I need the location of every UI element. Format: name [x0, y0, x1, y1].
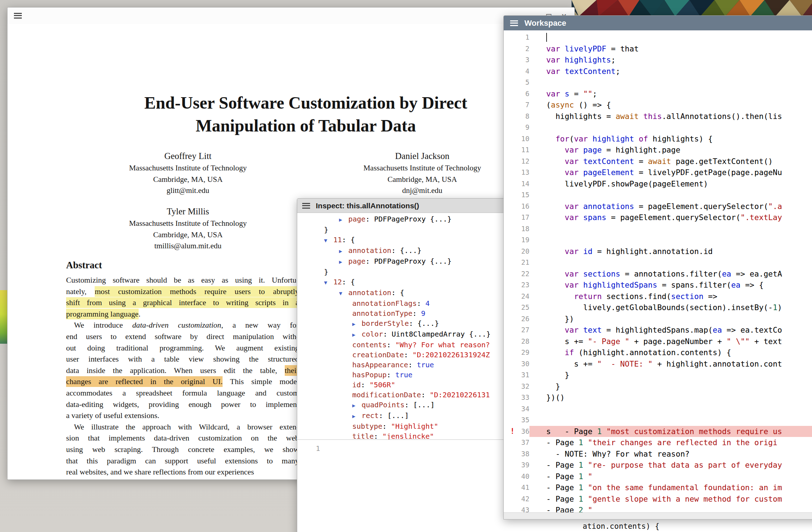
code-line[interactable]: 17 var spans = pageElement.querySelector… [504, 212, 812, 223]
collapsed-expander-icon[interactable]: ▶ [352, 411, 362, 421]
expanded-expander-icon[interactable]: ▼ [339, 288, 348, 298]
line-number: 13 [504, 167, 529, 178]
code-line[interactable]: 25 lively.getGlobalBounds(section).inset… [504, 302, 812, 313]
expanded-expander-icon[interactable]: ▼ [324, 235, 333, 245]
text-segment: annotationType [352, 309, 413, 318]
author-email: glitt@mit.edu [109, 185, 266, 197]
text-segment: " [588, 472, 593, 481]
text-segment [579, 213, 583, 222]
code-line[interactable]: 26 }) [504, 313, 812, 325]
code-line[interactable]: 20 var id = highlight.annotation.id [504, 246, 812, 257]
menu-icon[interactable] [14, 13, 22, 19]
code-line-text: for(var highlight of highlights) { [529, 133, 812, 145]
paper-title-line: End-User Software Customization by Direc… [8, 91, 575, 114]
code-line[interactable]: 41- Page 1 "on the same fundamental foun… [504, 482, 812, 493]
code-line[interactable]: 37- Page 1 "their changes are reflected … [504, 437, 812, 448]
pdf-window-titlebar[interactable]: ─ □ × [8, 8, 574, 24]
code-line[interactable]: 43- Page 2 " [504, 504, 812, 512]
text-segment: var [565, 168, 579, 177]
collapsed-expander-icon[interactable]: ▶ [352, 330, 362, 340]
code-line[interactable]: 1 [504, 32, 812, 43]
code-line[interactable]: 10 for(var highlight of highlights) { [504, 133, 812, 145]
workspace-titlebar[interactable]: Workspace [504, 16, 812, 30]
text-segment: 4 [425, 299, 430, 308]
code-line[interactable]: 13 var pageElement = livelyPDF.getPage(p… [504, 167, 812, 178]
code-line[interactable]: 9 [504, 122, 812, 133]
code-line[interactable]: 2var livelyPDF = that [504, 43, 812, 55]
text-segment: 1 [597, 427, 602, 436]
code-line[interactable]: 5 [504, 77, 812, 88]
code-line[interactable]: 32 } [504, 381, 812, 392]
text-segment: real websites, and we share reflections … [66, 468, 254, 476]
code-line[interactable]: 15 [504, 189, 812, 201]
code-line[interactable]: 27 var text = highlightedSpans.map(ea =>… [504, 324, 812, 336]
text-segment: var [565, 213, 579, 222]
text-segment: PDFPageProxy {...} [374, 215, 452, 223]
horizontal-scrollbar[interactable] [504, 512, 812, 519]
text-segment: .allAnnotations().then(lis [662, 112, 782, 121]
code-line[interactable]: 8 highlights = await this.allAnnotations… [504, 111, 812, 122]
code-line[interactable]: 6var s = ""; [504, 88, 812, 100]
code-line[interactable]: 28 s += "- Page " + page.pageNumber + " … [504, 336, 812, 347]
code-line[interactable]: 7(async () => { [504, 99, 812, 111]
code-line[interactable]: 16 var annotations = pageElement.querySe… [504, 201, 812, 212]
code-line[interactable]: 30 s += " - NOTE: " + highlight.annotati… [504, 358, 812, 370]
collapsed-expander-icon[interactable]: ▶ [339, 246, 348, 256]
text-segment: highlights) { [648, 134, 713, 143]
menu-icon[interactable] [302, 203, 310, 209]
code-line[interactable]: 4var textContent; [504, 66, 812, 77]
abstract-heading: Abstract [66, 260, 102, 271]
text-segment: var [565, 325, 579, 334]
code-line-text: var text = highlightedSpans.map(ea => ea… [529, 324, 812, 336]
line-number: 12 [504, 156, 529, 167]
text-segment [546, 157, 565, 166]
code-line[interactable]: 39- Page 1 "re- purpose that data as par… [504, 459, 812, 471]
code-editor[interactable]: 12var livelyPDF = that3var highlights;4v… [504, 30, 812, 512]
code-line[interactable]: 40- Page 1 " [504, 471, 812, 482]
text-segment: 2 [579, 506, 583, 512]
expanded-expander-icon[interactable]: ▼ [324, 278, 333, 288]
text-segment: " \"" [727, 337, 750, 346]
code-line[interactable]: 22 var sections = annotations.filter(ea … [504, 268, 812, 280]
text-segment: - Page [546, 494, 579, 503]
abstract-line: that this paradigm can support useful ex… [66, 456, 299, 467]
code-line[interactable]: 19 [504, 234, 812, 246]
code-line[interactable]: 31 } [504, 369, 812, 381]
code-line[interactable]: 12 var textContent = await page.getTextC… [504, 156, 812, 167]
code-line[interactable]: 11 var page = highlight.page [504, 144, 812, 156]
text-segment: var [565, 269, 579, 278]
line-number: 11 [504, 144, 529, 156]
paper-title-line: Manipulation of Tabular Data [8, 114, 575, 137]
code-line[interactable]: 18 [504, 223, 812, 235]
code-line-text [529, 189, 812, 201]
text-segment: : [361, 381, 369, 389]
text-segment [583, 506, 588, 512]
code-line-text [529, 257, 812, 268]
code-line-text: var highlightedSpans = spans.filter(ea =… [529, 279, 812, 291]
line-number: 19 [504, 234, 529, 246]
code-line[interactable]: 42- Page 1 "gentle slope with a new meth… [504, 493, 812, 505]
code-line[interactable]: 35 [504, 414, 812, 426]
text-segment: end users to extend software by direct m… [66, 332, 299, 341]
line-number: 39 [504, 459, 529, 471]
code-line[interactable]: 38 - NOTE: Why? For what reason? [504, 448, 812, 460]
collapsed-expander-icon[interactable]: ▶ [339, 257, 348, 267]
collapsed-expander-icon[interactable]: ▶ [352, 401, 362, 411]
text-segment [579, 157, 583, 166]
code-line[interactable]: 33})() [504, 392, 812, 403]
menu-icon[interactable] [510, 20, 518, 26]
code-line[interactable]: 24 return sections.find(section => [504, 291, 812, 302]
line-number: 16 [504, 201, 529, 212]
code-line[interactable]: 36!s - Page 1 "most customization method… [504, 426, 812, 437]
author-block: Geoffrey LittMassachusetts Institute of … [109, 150, 266, 197]
code-line[interactable]: 23 var highlightedSpans = spans.filter(e… [504, 279, 812, 291]
code-line[interactable]: 14 livelyPDF.showPage(pageElement) [504, 178, 812, 190]
code-line[interactable]: 34 [504, 403, 812, 415]
text-segment: ea [722, 269, 731, 278]
collapsed-expander-icon[interactable]: ▶ [339, 215, 348, 225]
code-line[interactable]: 3var highlights; [504, 54, 812, 66]
collapsed-expander-icon[interactable]: ▶ [352, 319, 362, 329]
code-line[interactable]: 29 if (highlight.annotation.contents) { [504, 347, 812, 358]
code-line[interactable]: 21 [504, 257, 812, 268]
line-number: 29 [504, 347, 529, 358]
